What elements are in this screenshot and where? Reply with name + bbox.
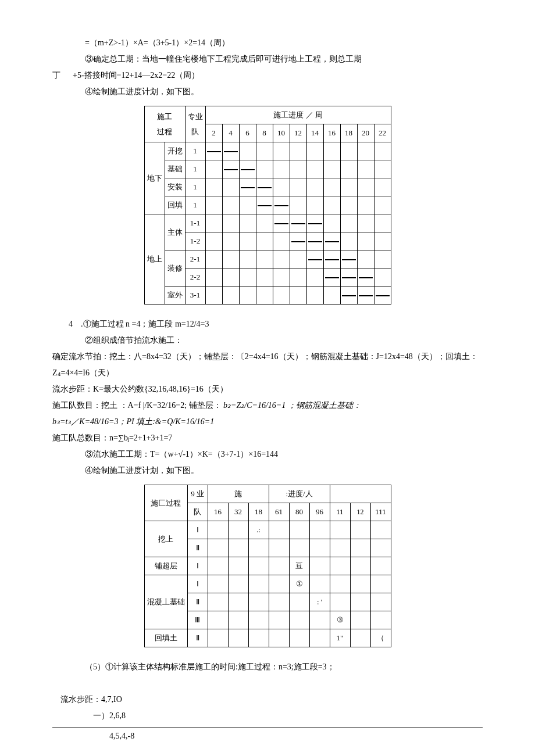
- t1-r4-name: 回填: [165, 196, 185, 214]
- t1-h3: 专业队: [185, 106, 205, 142]
- t2-col-80: 80: [289, 503, 309, 521]
- t2-col-61: 61: [269, 503, 289, 521]
- t2-col-16: 16: [208, 503, 228, 521]
- formula-b2: b₂=Z₂/C=16/16=1 ；钢筋混凝土基础：: [223, 401, 361, 410]
- t1-col-8: 8: [256, 124, 273, 142]
- t2-r4-m1: 1": [330, 629, 350, 647]
- line-4-2: ②组织成倍节拍流水施工：: [52, 332, 483, 349]
- t1-col-22: 22: [374, 124, 391, 142]
- line-5-2: 流水步距：4,7,IO: [52, 691, 483, 708]
- t1-r6-team2: 2-2: [185, 268, 205, 286]
- t1-col-16: 16: [323, 124, 340, 142]
- t1-group-underground: 地下: [144, 142, 165, 214]
- line-4-8: ③流水施工工期：T=（w+√-1）×K=（3+7-1）×16=144: [52, 446, 483, 463]
- t2-h2a: 9 业: [187, 485, 208, 503]
- t1-h5: 施工进度 ／ 周: [205, 106, 391, 124]
- line-step3b: 丁 +5-搭接时间=12+14—2x2=22（周）: [52, 67, 483, 84]
- line-4-4: 流水步距：K=最大公约数{32,16,48,16}=16（天）: [52, 381, 483, 397]
- t2-h3b: :进度/人: [269, 485, 330, 503]
- t2-r3-m1: ①: [289, 575, 309, 593]
- t2-r3-m3: ③: [330, 611, 350, 629]
- t2-h3a: 施: [208, 485, 269, 503]
- line-4-1: 4 .①施工过程 n =4；施工段 m=12/4=3: [52, 316, 483, 332]
- t2-r1-team1: Ⅰ: [187, 521, 208, 539]
- t1-h1: 施工过程: [144, 106, 185, 142]
- line-step4: ④绘制施工进度计划，如下图。: [52, 84, 483, 100]
- char-ding: 丁: [52, 71, 60, 80]
- t1-r4-team: 1: [185, 196, 205, 214]
- formula-3b: +5-搭接时间=12+14—2x2=22（周）: [73, 71, 199, 80]
- t2-r3-m2: : ': [309, 593, 330, 611]
- t1-col-6: 6: [239, 124, 256, 142]
- t1-r2-team: 1: [185, 160, 205, 178]
- t2-col-18: 18: [248, 503, 269, 521]
- t1-r2-name: 基础: [165, 160, 185, 178]
- t2-col-32: 32: [228, 503, 248, 521]
- t2-h2b: 队: [187, 503, 208, 521]
- t1-r3-team: 1: [185, 178, 205, 196]
- line-4-7: 施工队总数目：n=∑bⱼ=2+1+3+1=7: [52, 430, 483, 446]
- line-4-3: 确定流水节拍：挖土：八=8x4=32（天）；铺垫层：〔2=4x4=16（天）；钢…: [52, 349, 483, 381]
- t2-h1: 施匚过程: [144, 485, 187, 521]
- t2-col-11: 11: [330, 503, 350, 521]
- t2-r3-team2: Ⅱ: [187, 593, 208, 611]
- t1-group-aboveground: 地上: [144, 214, 165, 304]
- line-4-6: b₃=t₃／K=48/16=3；PI 填土:&=Q/K=16/16=1: [52, 414, 483, 430]
- t1-col-12: 12: [290, 124, 306, 142]
- t1-r5-name: 主体: [165, 214, 185, 250]
- t2-col-111: 111: [370, 503, 391, 521]
- line-step3: ③确定总工期：当地一幢住宅楼地下工程完成后即可进行地上工程，则总工期: [52, 51, 483, 67]
- t1-r3-name: 安装: [165, 178, 185, 196]
- t1-r1-name: 开挖: [165, 142, 185, 160]
- t2-r1-team2: Ⅱ: [187, 539, 208, 557]
- t2-col-12: 12: [350, 503, 370, 521]
- t2-r2-name: 铺超层: [144, 557, 187, 575]
- t1-r7-team: 3-1: [185, 286, 205, 304]
- line-4-5: 施工队数目：挖土 ：A=f |/K=32/16=2; 铺垫层： b₂=Z₂/C=…: [52, 397, 483, 414]
- t1-r5-team2: 1-2: [185, 232, 205, 250]
- t1-col-4: 4: [222, 124, 239, 142]
- t2-r1-name: 挖上: [144, 521, 187, 557]
- line-5-4: 4,5,4,-8: [52, 728, 483, 744]
- t1-col-14: 14: [306, 124, 323, 142]
- t2-col-96: 96: [309, 503, 330, 521]
- line-formula-1: =（m+Z>-1）×A=（3+5-1）×2=14（周）: [52, 35, 483, 51]
- t1-r5-team1: 1-1: [185, 214, 205, 232]
- gantt-table-2: 施匚过程 9 业 施 :进度/人 队 16 32 18 61 80 96 11 …: [144, 485, 391, 647]
- t2-r2-m: 豆: [289, 557, 309, 575]
- line-4-9: ④绘制施工进度计划，如下图。: [52, 463, 483, 479]
- t1-r1-team: 1: [185, 142, 205, 160]
- t2-r3-team3: Ⅲ: [187, 611, 208, 629]
- t1-col-18: 18: [340, 124, 357, 142]
- t1-col-20: 20: [357, 124, 374, 142]
- gantt-table-1: 施工过程 专业队 施工进度 ／ 周 2 4 6 8 10 12 14 16 18…: [144, 106, 391, 304]
- t1-r6-team1: 2-1: [185, 250, 205, 268]
- t2-r1-m1: .:: [248, 521, 269, 539]
- t2-r3-team1: Ⅰ: [187, 575, 208, 593]
- t1-col-10: 10: [273, 124, 290, 142]
- line-5-3: 一）2,6,8: [52, 708, 483, 724]
- t2-r2-team: Ⅰ: [187, 557, 208, 575]
- t2-r4-m2: （: [370, 629, 391, 647]
- line-5-1: （5）①计算该主体结构标准层施工的时间:施工过程：n=3;施工段=3；: [52, 659, 483, 675]
- t2-r4-name: 回填土: [144, 629, 187, 647]
- t1-r6-name: 装修: [165, 250, 185, 286]
- t2-r3-name: 混凝丄基础: [144, 575, 187, 629]
- t2-r4-team: Ⅱ: [187, 629, 208, 647]
- t1-col-2: 2: [205, 124, 222, 142]
- t1-r7-name: 室外: [165, 286, 185, 304]
